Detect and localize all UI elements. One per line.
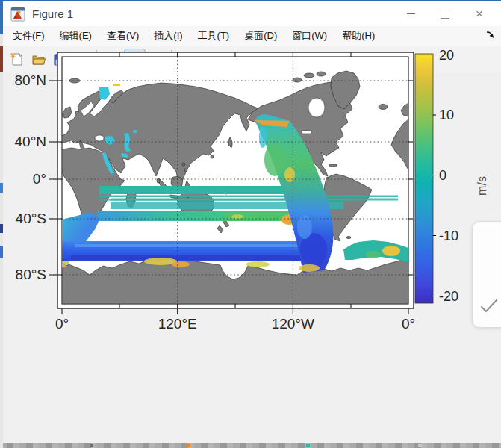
background-window-sliver-bottom [0, 443, 501, 448]
sea-aral [133, 130, 137, 133]
swath-cyan-streak [259, 127, 267, 148]
cbtick-20: 20 [439, 48, 454, 63]
land-arctic-island-3 [317, 72, 326, 76]
land-falklands [346, 236, 351, 238]
hudson-bay [308, 98, 325, 117]
land-philippines-2 [184, 169, 187, 172]
ytick-40s: 40°S [16, 211, 46, 226]
black-sea-west [95, 135, 104, 141]
ytick-0: 0° [33, 171, 46, 187]
arctic-yellow-fleck [113, 84, 120, 86]
swath-antarctic-orange-1 [172, 261, 190, 267]
swath-atlantic-green [366, 251, 381, 258]
popup-panel[interactable] [472, 221, 501, 328]
land-svalbard [69, 78, 80, 83]
xtick-0e: 0° [55, 316, 69, 332]
figure-canvas: 80°N 40°N 0° 40°S 80°S 0° 120°E 120°W 0° [3, 72, 501, 443]
colorbar-ticks [433, 55, 436, 296]
background-window-sliver-top [0, 0, 501, 1]
swath-antarctic-yellow-2 [246, 261, 270, 267]
ytick-80s: 80°S [16, 267, 46, 282]
land-taiwan [211, 155, 214, 158]
swath-antarctic-yellow-3 [299, 264, 320, 272]
xtick-120w: 120°W [272, 316, 314, 332]
land-cuba [329, 164, 337, 167]
cbtick-10: 10 [439, 108, 454, 122]
land-philippines-1 [182, 163, 185, 166]
land-arctic-island-1 [293, 78, 302, 82]
swath-green-patch [264, 143, 285, 176]
cbtick-n20: -20 [439, 289, 458, 304]
swath-yellow-patch-indian [231, 214, 243, 219]
cbtick-n10: -10 [439, 228, 458, 243]
cbtick-0: 0 [439, 168, 446, 183]
figure-window: Figure 1 × 文件(F) 编辑(E) 查看(V) 插入(I) 工具(T)… [0, 0, 501, 448]
xtick-120e: 120°E [158, 316, 197, 332]
ytick-40n: 40°N [15, 134, 46, 149]
colorbar-unit-label: m/s [476, 176, 488, 196]
swath-blue-band-dark-streak [71, 255, 302, 260]
xtick-0w: 0° [402, 316, 415, 332]
swath-atlantic-yellow [382, 246, 400, 256]
land-arctic-island-2 [304, 73, 314, 78]
great-lakes [302, 131, 311, 134]
checkmark-icon[interactable] [479, 298, 499, 314]
ytick-80n: 80°N [15, 72, 46, 88]
colorbar-gradient [415, 54, 433, 303]
background-window-sliver-left [0, 0, 3, 448]
swath-thin-line-1 [99, 196, 398, 198]
land-iceland [379, 105, 388, 110]
swath-blue-band-light-streak [75, 244, 299, 247]
swath-yellow-patch [284, 167, 295, 182]
map-plot: 80°N 40°N 0° 40°S 80°S 0° 120°E 120°W 0° [0, 0, 501, 371]
